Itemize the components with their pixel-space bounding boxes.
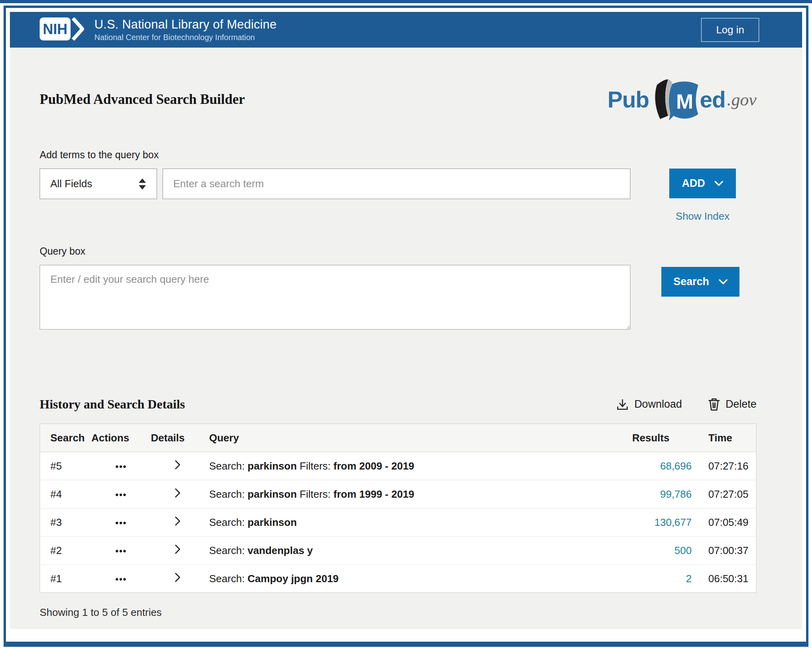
history-actions: Download Delete <box>616 398 756 411</box>
pubmed-logo-gov: .gov <box>727 90 756 110</box>
entries-summary: Showing 1 to 5 of 5 entries <box>40 606 756 619</box>
col-time: Time <box>692 424 756 452</box>
row-details-button[interactable] <box>175 488 180 498</box>
search-number: #1 <box>40 565 92 593</box>
add-terms-row: All Fields ADD Show Index <box>40 169 756 222</box>
nih-logo-icon: NIH <box>40 17 84 40</box>
chevron-right-icon <box>175 488 180 498</box>
table-row: #3 ••• Search: parkinson 130,677 07:05:4… <box>40 508 756 537</box>
search-button[interactable]: Search <box>661 267 739 297</box>
page-top-border <box>0 0 812 3</box>
chevron-right-icon <box>175 573 180 582</box>
query-textarea[interactable] <box>40 265 630 330</box>
row-details-button[interactable] <box>175 460 180 470</box>
history-title: History and Search Details <box>40 397 185 412</box>
chevron-right-icon <box>175 460 180 470</box>
row-time: 07:00:37 <box>692 537 756 565</box>
page-frame: NIH U.S. National Library of Medicine Na… <box>4 6 808 647</box>
row-results-link[interactable]: 99,786 <box>660 488 692 500</box>
svg-text:NIH: NIH <box>43 21 67 37</box>
delete-button[interactable]: Delete <box>708 398 756 411</box>
pubmed-logo-med: ed <box>700 86 726 113</box>
search-number: #5 <box>40 452 92 480</box>
col-results: Results <box>632 424 692 452</box>
col-search: Search <box>40 424 92 452</box>
field-selector[interactable]: All Fields <box>40 169 157 199</box>
history-header: History and Search Details Download <box>40 397 756 412</box>
table-row: #5 ••• Search: parkinson Filters: from 2… <box>40 452 756 480</box>
row-results-link[interactable]: 68,696 <box>660 460 692 472</box>
row-time: 07:27:16 <box>692 452 756 480</box>
row-time: 07:05:49 <box>692 508 756 537</box>
add-terms-label: Add terms to the query box <box>40 149 756 161</box>
col-actions: Actions <box>92 424 151 452</box>
chevron-right-icon <box>175 544 180 554</box>
row-query: Search: parkinson <box>209 516 297 528</box>
row-actions-button[interactable]: ••• <box>115 574 127 585</box>
row-time: 07:27:05 <box>692 480 756 508</box>
show-index-link[interactable]: Show Index <box>676 210 730 222</box>
row-details-button[interactable] <box>175 516 180 526</box>
login-button[interactable]: Log in <box>701 18 759 42</box>
nih-header: NIH U.S. National Library of Medicine Na… <box>10 12 802 48</box>
add-button-column: ADD Show Index <box>664 169 741 222</box>
page-title: PubMed Advanced Search Builder <box>40 92 245 107</box>
row-actions-button[interactable]: ••• <box>115 462 127 472</box>
row-details-button[interactable] <box>175 544 180 554</box>
row-time: 06:50:31 <box>692 565 756 593</box>
search-term-input[interactable] <box>163 169 630 199</box>
title-row: PubMed Advanced Search Builder Pub M ed … <box>40 48 756 121</box>
chevron-right-icon <box>175 516 180 526</box>
row-results-link[interactable]: 130,677 <box>655 516 692 528</box>
delete-label: Delete <box>726 398 756 410</box>
row-results-link[interactable]: 2 <box>686 573 691 585</box>
table-row: #2 ••• Search: vandenplas y 500 07:00:37 <box>40 537 756 565</box>
org-title: U.S. National Library of Medicine <box>94 17 277 32</box>
search-number: #4 <box>40 480 92 508</box>
row-query: Search: Campoy jpgn 2019 <box>209 573 339 585</box>
pubmed-book-icon: M <box>650 79 701 121</box>
row-query: Search: parkinson Filters: from 2009 - 2… <box>209 460 414 472</box>
svg-text:M: M <box>676 90 693 113</box>
table-header-row: Search Actions Details Query Results Tim… <box>40 424 756 452</box>
org-titles: U.S. National Library of Medicine Nation… <box>94 17 277 42</box>
col-details: Details <box>151 424 205 452</box>
add-button-label: ADD <box>682 177 705 190</box>
download-icon <box>616 398 629 411</box>
row-actions-button[interactable]: ••• <box>115 490 127 500</box>
add-button[interactable]: ADD <box>669 169 736 198</box>
main-content: PubMed Advanced Search Builder Pub M ed … <box>10 48 802 629</box>
table-row: #4 ••• Search: parkinson Filters: from 1… <box>40 480 756 508</box>
history-table: Search Actions Details Query Results Tim… <box>40 424 756 593</box>
table-row: #1 ••• Search: Campoy jpgn 2019 2 06:50:… <box>40 565 756 593</box>
row-actions-button[interactable]: ••• <box>115 546 127 556</box>
search-number: #2 <box>40 537 92 565</box>
col-query: Query <box>205 424 632 452</box>
chevron-down-icon <box>719 279 728 284</box>
field-selector-value: All Fields <box>50 178 92 190</box>
query-box-row: Search <box>40 265 756 330</box>
sort-arrows-icon <box>138 178 146 190</box>
row-results-link[interactable]: 500 <box>674 544 691 556</box>
search-number: #3 <box>40 508 92 537</box>
row-details-button[interactable] <box>175 573 180 582</box>
download-label: Download <box>634 398 682 410</box>
pubmed-logo-pub: Pub <box>607 86 649 113</box>
row-query: Search: vandenplas y <box>209 544 313 556</box>
trash-icon <box>708 398 720 411</box>
download-button[interactable]: Download <box>616 398 682 411</box>
nih-logo[interactable]: NIH <box>40 17 84 42</box>
search-button-label: Search <box>673 276 709 288</box>
row-actions-button[interactable]: ••• <box>115 518 127 528</box>
pubmed-logo[interactable]: Pub M ed .gov <box>607 79 756 121</box>
row-query: Search: parkinson Filters: from 1999 - 2… <box>209 488 414 500</box>
query-box-label: Query box <box>40 245 756 257</box>
chevron-down-icon <box>714 181 723 186</box>
org-subtitle: National Center for Biotechnology Inform… <box>94 33 277 42</box>
